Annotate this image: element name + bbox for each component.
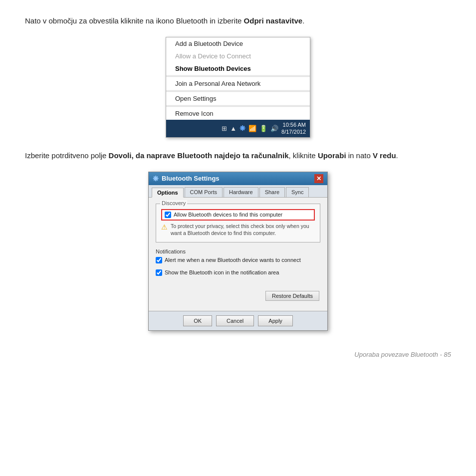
tab-share[interactable]: Share xyxy=(259,187,285,197)
footer-text: Uporaba povezave Bluetooth - 85 xyxy=(354,351,451,358)
warning-text: To protect your privacy, select this che… xyxy=(171,223,315,237)
taskbar-signal-icon: 📶 xyxy=(248,125,256,132)
menu-item-show-devices[interactable]: Show Bluetooth Devices xyxy=(166,62,310,75)
cancel-button[interactable]: Cancel xyxy=(216,315,254,326)
dialog-bluetooth-icon: ❋ xyxy=(153,175,159,183)
bluetooth-settings-dialog: ❋ Bluetooth Settings ✕ Options COM Ports… xyxy=(148,172,328,331)
second-bold-2: Uporabi xyxy=(318,151,346,160)
taskbar-time: 10:56 AM 8/17/2012 xyxy=(281,121,306,136)
alert-checkbox-row: Alert me when a new Bluetooth device wan… xyxy=(156,257,320,263)
dialog-title-left: ❋ Bluetooth Settings xyxy=(153,175,220,183)
discovery-label: Discovery xyxy=(160,200,187,206)
dialog-body: Discovery Allow Bluetooth devices to fin… xyxy=(149,198,327,311)
allow-bluetooth-label: Allow Bluetooth devices to find this com… xyxy=(174,212,282,218)
second-text-4: . xyxy=(396,151,398,160)
intro-text-after: . xyxy=(302,16,304,25)
taskbar-bluetooth-icon: ❋ xyxy=(239,124,245,132)
dialog-title-text: Bluetooth Settings xyxy=(162,175,220,182)
intro-paragraph: Nato v območju za obvestila kliknite na … xyxy=(25,15,451,27)
apply-button[interactable]: Apply xyxy=(258,315,293,326)
menu-item-add-bluetooth[interactable]: Add a Bluetooth Device xyxy=(166,37,310,50)
taskbar-arrow-icon: ▲ xyxy=(230,125,237,132)
second-bold-1: Dovoli, da naprave Bluetooth najdejo ta … xyxy=(109,151,289,160)
menu-divider-2 xyxy=(166,91,310,91)
second-bold-3: V redu xyxy=(373,151,396,160)
notifications-section: Notifications Alert me when a new Blueto… xyxy=(156,248,320,263)
alert-checkbox[interactable] xyxy=(156,257,162,263)
dialog-tabs: Options COM Ports Hardware Share Sync xyxy=(149,185,327,198)
ok-button[interactable]: OK xyxy=(183,315,212,326)
dialog-titlebar: ❋ Bluetooth Settings ✕ xyxy=(149,172,327,185)
show-icon-label: Show the Bluetooth icon in the notificat… xyxy=(165,269,279,275)
allow-bluetooth-checkbox-row: Allow Bluetooth devices to find this com… xyxy=(161,209,315,221)
alert-label: Alert me when a new Bluetooth device wan… xyxy=(165,257,301,263)
tab-hardware[interactable]: Hardware xyxy=(224,187,258,197)
show-icon-checkbox[interactable] xyxy=(156,269,162,276)
menu-item-allow-connect[interactable]: Allow a Device to Connect xyxy=(166,50,310,62)
page-footer: Uporaba povezave Bluetooth - 85 xyxy=(25,346,451,358)
context-menu-screenshot: Add a Bluetooth Device Allow a Device to… xyxy=(25,37,451,138)
show-icon-checkbox-row: Show the Bluetooth icon in the notificat… xyxy=(156,269,320,276)
second-text-3: in nato xyxy=(346,151,373,160)
tab-com-ports[interactable]: COM Ports xyxy=(185,187,223,197)
taskbar-bar: ⊞ ▲ ❋ 📶 🔋 🔊 10:56 AM 8/17/2012 xyxy=(166,120,310,137)
tab-sync[interactable]: Sync xyxy=(286,187,309,197)
taskbar-volume-icon: 🔊 xyxy=(270,125,278,132)
allow-bluetooth-checkbox[interactable] xyxy=(165,212,171,218)
menu-divider-1 xyxy=(166,76,310,76)
second-paragraph: Izberite potrditveno polje Dovoli, da na… xyxy=(25,150,451,162)
restore-defaults-button[interactable]: Restore Defaults xyxy=(265,291,319,301)
second-text-2: , kliknite xyxy=(289,151,318,160)
dialog-footer-buttons: OK Cancel Apply xyxy=(149,311,327,330)
context-menu: Add a Bluetooth Device Allow a Device to… xyxy=(166,37,310,138)
menu-item-remove-icon[interactable]: Remove Icon xyxy=(166,107,310,120)
warning-icon: ⚠ xyxy=(161,223,168,231)
discovery-group: Discovery Allow Bluetooth devices to fin… xyxy=(156,204,320,242)
intro-text-before: Nato v območju za obvestila kliknite na … xyxy=(25,16,244,25)
menu-divider-3 xyxy=(166,106,310,106)
warning-row: ⚠ To protect your privacy, select this c… xyxy=(161,223,315,237)
tab-options[interactable]: Options xyxy=(152,188,184,198)
second-text-1: Izberite potrditveno polje xyxy=(25,151,109,160)
taskbar-grid-icon: ⊞ xyxy=(222,125,227,132)
dialog-close-button[interactable]: ✕ xyxy=(314,174,323,183)
menu-item-open-settings[interactable]: Open Settings xyxy=(166,92,310,105)
menu-item-join-network[interactable]: Join a Personal Area Network xyxy=(166,77,310,90)
intro-bold: Odpri nastavitve xyxy=(244,16,303,25)
notifications-label: Notifications xyxy=(156,248,320,254)
taskbar-battery-icon: 🔋 xyxy=(259,125,267,132)
restore-defaults-area: Restore Defaults xyxy=(156,291,320,301)
dialog-screenshot: ❋ Bluetooth Settings ✕ Options COM Ports… xyxy=(25,172,451,331)
